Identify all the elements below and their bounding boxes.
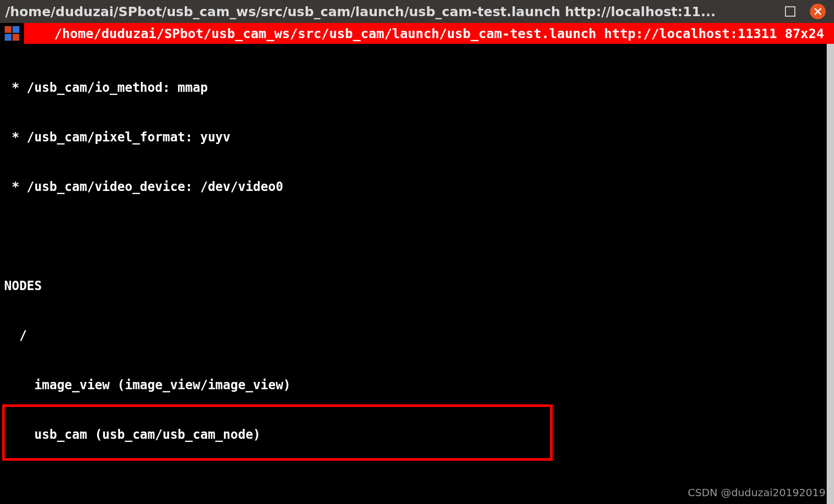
svg-rect-3 bbox=[13, 26, 19, 33]
terminal-line: * /usb_cam/pixel_format: yuyv bbox=[4, 129, 830, 146]
terminal-line: NODES bbox=[4, 278, 830, 295]
close-icon[interactable] bbox=[810, 4, 826, 19]
maximize-icon[interactable] bbox=[785, 6, 795, 17]
terminal-line: * /usb_cam/video_device: /dev/video0 bbox=[4, 179, 830, 196]
active-tab[interactable]: /home/duduzai/SPbot/usb_cam_ws/src/usb_c… bbox=[24, 23, 834, 44]
watermark-text: CSDN @duduzai20192019 bbox=[688, 486, 826, 499]
terminal-line: * /usb_cam/io_method: mmap bbox=[4, 80, 830, 97]
svg-rect-5 bbox=[13, 34, 19, 41]
terminal-scrollbar[interactable] bbox=[827, 44, 834, 504]
window-titlebar: /home/duduzai/SPbot/usb_cam_ws/src/usb_c… bbox=[0, 0, 834, 23]
terminal-line: image_view (image_view/image_view) bbox=[4, 377, 830, 394]
tab-bar: /home/duduzai/SPbot/usb_cam_ws/src/usb_c… bbox=[0, 23, 834, 44]
window-controls bbox=[785, 4, 829, 19]
terminal-line: / bbox=[4, 328, 830, 344]
terminal-output[interactable]: * /usb_cam/io_method: mmap * /usb_cam/pi… bbox=[0, 44, 834, 504]
terminal-line: usb_cam (usb_cam/usb_cam_node) bbox=[4, 427, 830, 443]
terminator-layout-icon[interactable] bbox=[0, 23, 24, 44]
terminal-line bbox=[4, 229, 830, 245]
tab-label: /home/duduzai/SPbot/usb_cam_ws/src/usb_c… bbox=[54, 26, 824, 41]
svg-rect-4 bbox=[5, 34, 11, 41]
window-title: /home/duduzai/SPbot/usb_cam_ws/src/usb_c… bbox=[5, 4, 785, 19]
svg-rect-2 bbox=[5, 26, 11, 33]
